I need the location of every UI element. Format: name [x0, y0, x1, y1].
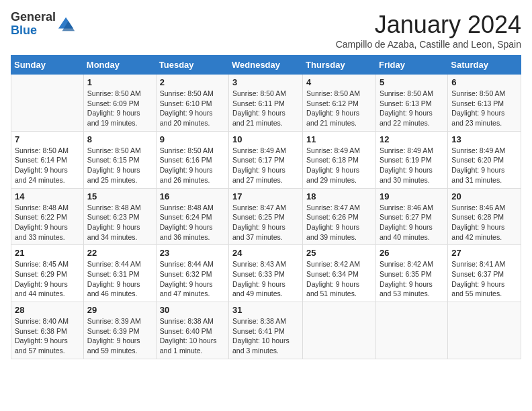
day-info: Sunrise: 8:43 AM Sunset: 6:33 PM Dayligh…	[232, 259, 299, 299]
calendar-cell: 12Sunrise: 8:49 AM Sunset: 6:19 PM Dayli…	[375, 131, 447, 188]
calendar-cell: 29Sunrise: 8:39 AM Sunset: 6:39 PM Dayli…	[83, 302, 156, 359]
calendar-cell: 2Sunrise: 8:50 AM Sunset: 6:10 PM Daylig…	[156, 75, 228, 132]
calendar-cell: 14Sunrise: 8:48 AM Sunset: 6:22 PM Dayli…	[11, 188, 84, 245]
weekday-header-monday: Monday	[83, 56, 156, 75]
day-number: 22	[87, 248, 152, 258]
day-number: 25	[306, 248, 372, 258]
calendar-cell: 22Sunrise: 8:44 AM Sunset: 6:31 PM Dayli…	[83, 245, 156, 302]
day-info: Sunrise: 8:39 AM Sunset: 6:39 PM Dayligh…	[87, 316, 152, 356]
calendar-cell: 31Sunrise: 8:38 AM Sunset: 6:41 PM Dayli…	[229, 302, 303, 359]
day-number: 7	[15, 134, 80, 144]
calendar-week-row: 14Sunrise: 8:48 AM Sunset: 6:22 PM Dayli…	[11, 188, 521, 245]
day-number: 18	[306, 191, 372, 201]
calendar-cell	[375, 302, 447, 359]
calendar-week-row: 21Sunrise: 8:45 AM Sunset: 6:29 PM Dayli…	[11, 245, 521, 302]
day-info: Sunrise: 8:50 AM Sunset: 6:14 PM Dayligh…	[15, 146, 80, 185]
day-number: 10	[232, 134, 299, 144]
calendar-cell: 5Sunrise: 8:50 AM Sunset: 6:13 PM Daylig…	[375, 75, 447, 132]
calendar-cell: 1Sunrise: 8:50 AM Sunset: 6:09 PM Daylig…	[83, 75, 156, 132]
day-info: Sunrise: 8:40 AM Sunset: 6:38 PM Dayligh…	[15, 316, 80, 356]
day-number: 27	[451, 248, 517, 258]
day-number: 12	[380, 134, 444, 144]
day-info: Sunrise: 8:47 AM Sunset: 6:25 PM Dayligh…	[232, 203, 299, 242]
header: General Blue January 2024 Campillo de Az…	[11, 11, 521, 50]
calendar-cell: 7Sunrise: 8:50 AM Sunset: 6:14 PM Daylig…	[11, 131, 84, 188]
day-number: 24	[232, 248, 299, 258]
location-subtitle: Campillo de Azaba, Castille and Leon, Sp…	[336, 39, 521, 50]
day-info: Sunrise: 8:48 AM Sunset: 6:24 PM Dayligh…	[160, 203, 225, 242]
calendar-body: 1Sunrise: 8:50 AM Sunset: 6:09 PM Daylig…	[11, 75, 521, 359]
day-number: 15	[87, 191, 152, 201]
day-info: Sunrise: 8:50 AM Sunset: 6:13 PM Dayligh…	[451, 89, 517, 128]
day-number: 21	[15, 248, 80, 258]
calendar-cell	[448, 302, 521, 359]
day-info: Sunrise: 8:50 AM Sunset: 6:15 PM Dayligh…	[87, 146, 152, 185]
day-number: 28	[15, 305, 80, 315]
logo-blue-text: Blue	[11, 24, 56, 38]
day-number: 1	[87, 77, 152, 87]
calendar-week-row: 28Sunrise: 8:40 AM Sunset: 6:38 PM Dayli…	[11, 302, 521, 359]
day-info: Sunrise: 8:46 AM Sunset: 6:28 PM Dayligh…	[451, 203, 517, 242]
weekday-header-tuesday: Tuesday	[156, 56, 228, 75]
calendar-cell: 17Sunrise: 8:47 AM Sunset: 6:25 PM Dayli…	[229, 188, 303, 245]
calendar-week-row: 7Sunrise: 8:50 AM Sunset: 6:14 PM Daylig…	[11, 131, 521, 188]
calendar-cell: 25Sunrise: 8:42 AM Sunset: 6:34 PM Dayli…	[303, 245, 376, 302]
day-number: 31	[232, 305, 299, 315]
day-number: 8	[87, 134, 152, 144]
day-info: Sunrise: 8:41 AM Sunset: 6:37 PM Dayligh…	[451, 259, 517, 299]
calendar-cell: 10Sunrise: 8:49 AM Sunset: 6:17 PM Dayli…	[229, 131, 303, 188]
day-number: 17	[232, 191, 299, 201]
weekday-header-friday: Friday	[375, 56, 447, 75]
title-block: January 2024 Campillo de Azaba, Castille…	[336, 11, 521, 50]
day-info: Sunrise: 8:49 AM Sunset: 6:18 PM Dayligh…	[306, 146, 372, 185]
day-info: Sunrise: 8:45 AM Sunset: 6:29 PM Dayligh…	[15, 259, 80, 299]
logo-icon	[57, 15, 76, 34]
day-info: Sunrise: 8:50 AM Sunset: 6:12 PM Dayligh…	[306, 89, 372, 128]
day-info: Sunrise: 8:38 AM Sunset: 6:41 PM Dayligh…	[232, 316, 299, 356]
weekday-header-sunday: Sunday	[11, 56, 84, 75]
day-info: Sunrise: 8:46 AM Sunset: 6:27 PM Dayligh…	[380, 203, 444, 242]
day-number: 4	[306, 77, 372, 87]
day-info: Sunrise: 8:48 AM Sunset: 6:22 PM Dayligh…	[15, 203, 80, 242]
day-number: 9	[160, 134, 225, 144]
calendar-cell: 3Sunrise: 8:50 AM Sunset: 6:11 PM Daylig…	[229, 75, 303, 132]
weekday-header-row: SundayMondayTuesdayWednesdayThursdayFrid…	[11, 56, 521, 75]
calendar-cell: 20Sunrise: 8:46 AM Sunset: 6:28 PM Dayli…	[448, 188, 521, 245]
day-info: Sunrise: 8:44 AM Sunset: 6:31 PM Dayligh…	[87, 259, 152, 299]
calendar-cell: 30Sunrise: 8:38 AM Sunset: 6:40 PM Dayli…	[156, 302, 228, 359]
logo: General Blue	[11, 11, 76, 38]
day-number: 3	[232, 77, 299, 87]
day-number: 13	[451, 134, 517, 144]
day-number: 23	[160, 248, 225, 258]
day-number: 20	[451, 191, 517, 201]
day-info: Sunrise: 8:44 AM Sunset: 6:32 PM Dayligh…	[160, 259, 225, 299]
day-number: 2	[160, 77, 225, 87]
calendar-cell: 11Sunrise: 8:49 AM Sunset: 6:18 PM Dayli…	[303, 131, 376, 188]
day-number: 26	[380, 248, 444, 258]
day-info: Sunrise: 8:49 AM Sunset: 6:17 PM Dayligh…	[232, 146, 299, 185]
weekday-header-thursday: Thursday	[303, 56, 376, 75]
calendar-cell: 26Sunrise: 8:42 AM Sunset: 6:35 PM Dayli…	[375, 245, 447, 302]
calendar-cell: 6Sunrise: 8:50 AM Sunset: 6:13 PM Daylig…	[448, 75, 521, 132]
calendar-cell: 24Sunrise: 8:43 AM Sunset: 6:33 PM Dayli…	[229, 245, 303, 302]
calendar-cell: 8Sunrise: 8:50 AM Sunset: 6:15 PM Daylig…	[83, 131, 156, 188]
calendar-cell	[11, 75, 84, 132]
day-number: 30	[160, 305, 225, 315]
calendar-cell: 16Sunrise: 8:48 AM Sunset: 6:24 PM Dayli…	[156, 188, 228, 245]
calendar-cell: 23Sunrise: 8:44 AM Sunset: 6:32 PM Dayli…	[156, 245, 228, 302]
day-info: Sunrise: 8:49 AM Sunset: 6:20 PM Dayligh…	[451, 146, 517, 185]
day-info: Sunrise: 8:50 AM Sunset: 6:10 PM Dayligh…	[160, 89, 225, 128]
day-number: 16	[160, 191, 225, 201]
calendar-cell: 27Sunrise: 8:41 AM Sunset: 6:37 PM Dayli…	[448, 245, 521, 302]
calendar-cell: 15Sunrise: 8:48 AM Sunset: 6:23 PM Dayli…	[83, 188, 156, 245]
calendar-table: SundayMondayTuesdayWednesdayThursdayFrid…	[11, 55, 521, 359]
day-info: Sunrise: 8:50 AM Sunset: 6:11 PM Dayligh…	[232, 89, 299, 128]
day-info: Sunrise: 8:50 AM Sunset: 6:16 PM Dayligh…	[160, 146, 225, 185]
day-info: Sunrise: 8:38 AM Sunset: 6:40 PM Dayligh…	[160, 316, 225, 356]
weekday-header-wednesday: Wednesday	[229, 56, 303, 75]
calendar-week-row: 1Sunrise: 8:50 AM Sunset: 6:09 PM Daylig…	[11, 75, 521, 132]
day-info: Sunrise: 8:50 AM Sunset: 6:13 PM Dayligh…	[380, 89, 444, 128]
calendar-header: SundayMondayTuesdayWednesdayThursdayFrid…	[11, 56, 521, 75]
month-year-title: January 2024	[336, 11, 521, 39]
calendar-cell: 13Sunrise: 8:49 AM Sunset: 6:20 PM Dayli…	[448, 131, 521, 188]
